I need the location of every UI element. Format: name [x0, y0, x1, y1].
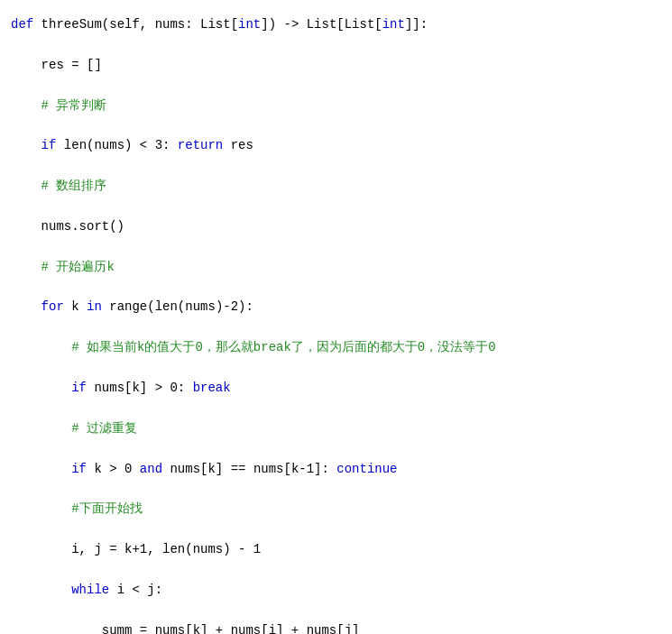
code-content: def threeSum(self, nums: List[int]) -> L…: [0, 7, 672, 634]
code-line-16: summ = nums[k] + nums[i] + nums[j]: [11, 620, 661, 634]
code-line-11: # 过滤重复: [11, 418, 661, 438]
code-line-6: nums.sort(): [11, 216, 661, 236]
code-line-10: if nums[k] > 0: break: [11, 378, 661, 398]
code-line-7: # 开始遍历k: [11, 257, 661, 277]
code-line-8: for k in range(len(nums)-2):: [11, 297, 661, 317]
code-line-4: if len(nums) < 3: return res: [11, 135, 661, 155]
code-line-5: # 数组排序: [11, 176, 661, 196]
code-line-15: while i < j:: [11, 580, 661, 600]
code-line-14: i, j = k+1, len(nums) - 1: [11, 539, 661, 559]
code-line-1: def threeSum(self, nums: List[int]) -> L…: [11, 14, 661, 34]
code-editor: def threeSum(self, nums: List[int]) -> L…: [0, 0, 672, 634]
code-line-2: res = []: [11, 55, 661, 75]
code-line-13: #下面开始找: [11, 499, 661, 519]
code-line-3: # 异常判断: [11, 96, 661, 115]
code-line-12: if k > 0 and nums[k] == nums[k-1]: conti…: [11, 459, 661, 479]
code-line-9: # 如果当前k的值大于0，那么就break了，因为后面的都大于0，没法等于0: [11, 337, 661, 357]
